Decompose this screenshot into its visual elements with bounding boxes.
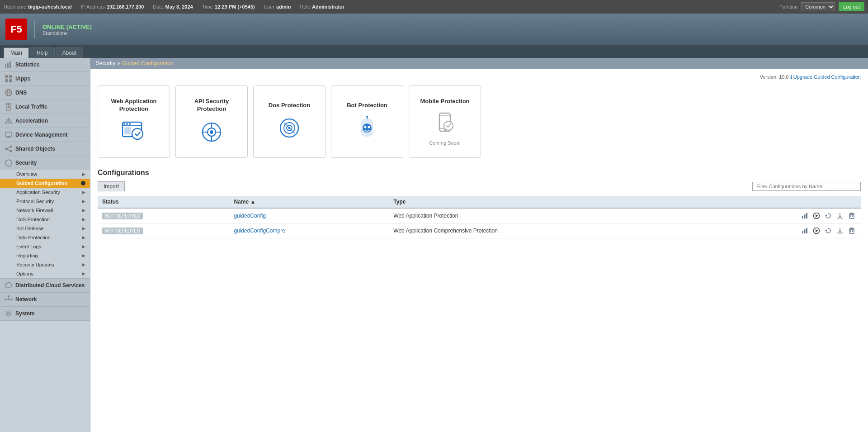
breadcrumb-root: Security bbox=[96, 60, 115, 66]
sidebar-section-acceleration: Acceleration bbox=[0, 114, 90, 128]
user-group: User admin bbox=[264, 4, 291, 9]
sidebar-sub-data-protection[interactable]: Data Protection ▶ bbox=[0, 233, 90, 242]
system-icon bbox=[5, 309, 13, 318]
sidebar-sub-app-security[interactable]: Application Security ▶ bbox=[0, 188, 90, 197]
sidebar-sub-protocol-security[interactable]: Protocol Security ▶ bbox=[0, 197, 90, 206]
chevron-right-icon: ▶ bbox=[82, 190, 85, 195]
sidebar-sub-network-firewall[interactable]: Network Firewall ▶ bbox=[0, 206, 90, 215]
security-label: Security bbox=[15, 160, 37, 166]
event-logs-label: Event Logs bbox=[16, 244, 41, 249]
sidebar-section-security: Security Overview ▶ Guided Configuration… bbox=[0, 156, 90, 279]
logout-button[interactable]: Log out bbox=[839, 2, 864, 11]
chart-action-icon[interactable] bbox=[800, 211, 809, 220]
import-button[interactable]: Import bbox=[98, 181, 125, 191]
table-row: NOT DEPLOYED guidedConfig Web Applicatio… bbox=[98, 208, 861, 223]
header: F5 ONLINE (ACTIVE) Standalone bbox=[0, 14, 868, 45]
card-web-app-title: Web Application Protection bbox=[103, 98, 165, 113]
delete-action-icon[interactable] bbox=[847, 211, 856, 220]
sidebar-sub-event-logs[interactable]: Event Logs ▶ bbox=[0, 242, 90, 251]
sidebar-item-distributed-cloud[interactable]: Distributed Cloud Services bbox=[0, 279, 90, 292]
chevron-right-icon: ▶ bbox=[82, 208, 85, 213]
breadcrumb-separator: » bbox=[117, 60, 120, 66]
svg-rect-0 bbox=[5, 64, 6, 68]
sidebar-sub-options[interactable]: Options ▶ bbox=[0, 269, 90, 278]
download-action-icon[interactable] bbox=[835, 226, 844, 235]
refresh-action-icon[interactable] bbox=[824, 211, 833, 220]
config-table-body: NOT DEPLOYED guidedConfig Web Applicatio… bbox=[98, 208, 861, 238]
sidebar-item-network[interactable]: Network bbox=[0, 293, 90, 306]
active-indicator bbox=[81, 181, 85, 185]
sidebar-sub-guided-config[interactable]: Guided Configuration bbox=[0, 179, 90, 188]
svg-point-32 bbox=[123, 123, 125, 125]
accel-icon bbox=[5, 117, 13, 125]
role-label: Role bbox=[300, 4, 310, 9]
svg-rect-70 bbox=[806, 228, 807, 233]
guided-config-label: Guided Configuration bbox=[16, 180, 67, 186]
protocol-security-label: Protocol Security bbox=[16, 199, 54, 204]
sidebar-item-statistics[interactable]: Statistics bbox=[0, 58, 90, 71]
tab-help[interactable]: Help bbox=[30, 47, 55, 58]
svg-point-24 bbox=[11, 299, 13, 300]
breadcrumb: Security » Guided Configuration bbox=[90, 58, 868, 69]
svg-marker-61 bbox=[839, 216, 841, 218]
col-name[interactable]: Name ▲ bbox=[229, 196, 389, 208]
card-web-app-protection[interactable]: Web Application Protection bbox=[98, 85, 170, 158]
delete-action-icon[interactable] bbox=[847, 226, 856, 235]
download-action-icon[interactable] bbox=[835, 211, 844, 220]
sidebar-sub-security-updates[interactable]: Security Updates ▶ bbox=[0, 260, 90, 269]
sidebar-section-statistics: Statistics bbox=[0, 58, 90, 72]
partition-label: Partition bbox=[779, 4, 797, 9]
card-bot-protection[interactable]: Bot Protection bbox=[331, 85, 403, 158]
sidebar-sub-overview[interactable]: Overview ▶ bbox=[0, 170, 90, 179]
svg-marker-59 bbox=[825, 214, 827, 216]
hostname-label: Hostname bbox=[4, 4, 26, 9]
card-api-security[interactable]: API Security Protection bbox=[175, 85, 248, 158]
svg-point-36 bbox=[132, 128, 143, 139]
sidebar-item-device-management[interactable]: Device Management bbox=[0, 128, 90, 142]
sidebar-item-dns[interactable]: DNS bbox=[0, 86, 90, 100]
card-mobile-protection[interactable]: Mobile Protection Coming Soon! bbox=[409, 85, 481, 158]
mobile-icon bbox=[431, 110, 458, 138]
card-dos-protection[interactable]: Dos Protection bbox=[253, 85, 326, 158]
tab-main[interactable]: Main bbox=[4, 47, 29, 58]
svg-rect-69 bbox=[804, 229, 806, 233]
sidebar-sub-bot-defense[interactable]: Bot Defense ▶ bbox=[0, 224, 90, 233]
partition-select[interactable]: Common bbox=[801, 2, 835, 11]
apisecurity-icon bbox=[198, 119, 225, 146]
sidebar-sub-dos-protection[interactable]: DoS Protection ▶ bbox=[0, 215, 90, 224]
hostname-value: bigip-suhesh.local bbox=[28, 4, 72, 9]
svg-rect-5 bbox=[5, 79, 8, 82]
sidebar-item-system[interactable]: System bbox=[0, 307, 90, 320]
chart-action-icon[interactable] bbox=[800, 226, 809, 235]
network-icon bbox=[5, 295, 13, 304]
acceleration-label: Acceleration bbox=[15, 118, 48, 124]
sidebar-section-local-traffic: Local Traffic bbox=[0, 100, 90, 114]
svg-rect-3 bbox=[5, 75, 8, 78]
upgrade-link[interactable]: Upgrade Guided Configuration bbox=[793, 74, 861, 80]
col-status: Status bbox=[98, 196, 229, 208]
filter-input[interactable] bbox=[752, 182, 861, 191]
svg-rect-81 bbox=[850, 228, 853, 229]
card-api-title: API Security Protection bbox=[180, 98, 243, 113]
tab-about[interactable]: About bbox=[56, 47, 83, 58]
sidebar-sub-reporting[interactable]: Reporting ▶ bbox=[0, 251, 90, 260]
device-management-label: Device Management bbox=[15, 132, 67, 138]
play-action-icon[interactable] bbox=[812, 211, 821, 220]
play-action-icon[interactable] bbox=[812, 226, 821, 235]
status-cell: NOT DEPLOYED bbox=[98, 223, 229, 238]
sidebar-item-shared-objects[interactable]: Shared Objects bbox=[0, 142, 90, 156]
sidebar-item-security[interactable]: Security bbox=[0, 156, 90, 170]
sidebar-item-acceleration[interactable]: Acceleration bbox=[0, 114, 90, 128]
config-name-link[interactable]: guidedConfigCompre bbox=[234, 228, 285, 234]
sidebar-item-local-traffic[interactable]: Local Traffic bbox=[0, 100, 90, 114]
config-name-link[interactable]: guidedConfig bbox=[234, 213, 266, 219]
svg-rect-77 bbox=[849, 229, 854, 233]
time-label: Time bbox=[202, 4, 213, 9]
sidebar-item-iapps[interactable]: iApps bbox=[0, 72, 90, 85]
apps-icon bbox=[5, 75, 13, 83]
svg-rect-63 bbox=[849, 214, 854, 218]
user-value: admin bbox=[276, 4, 291, 9]
refresh-action-icon[interactable] bbox=[824, 226, 833, 235]
reporting-label: Reporting bbox=[16, 253, 38, 258]
ip-value: 192.168.177.200 bbox=[107, 4, 144, 9]
